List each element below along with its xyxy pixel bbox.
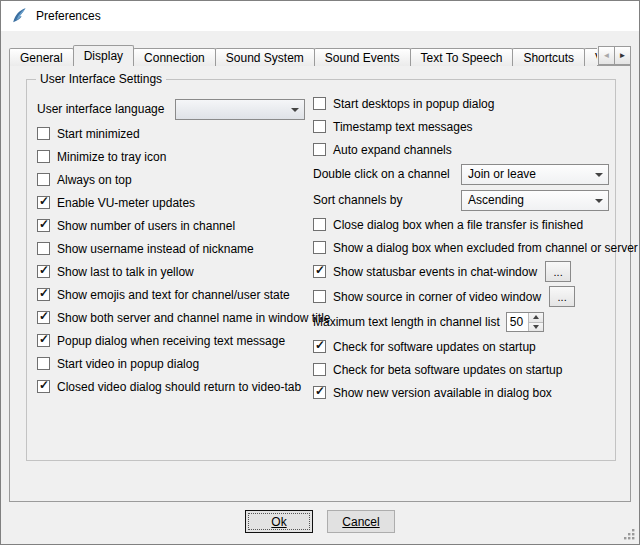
checkbox[interactable]: [37, 357, 50, 370]
checkbox-minimize-to-tray[interactable]: Minimize to tray icon: [37, 145, 305, 168]
checkbox[interactable]: [37, 311, 50, 324]
checkbox-start-minimized[interactable]: Start minimized: [37, 122, 305, 145]
checkbox-label: Show new version available in dialog box: [333, 386, 552, 400]
ok-button[interactable]: Ok: [245, 510, 313, 533]
tab-label: Sound Events: [325, 51, 400, 65]
checkbox-start-video-popup[interactable]: Start video in popup dialog: [37, 352, 305, 375]
checkbox[interactable]: [313, 290, 326, 303]
resize-grip[interactable]: [623, 528, 636, 541]
video-source-more-button[interactable]: ...: [549, 286, 575, 307]
checkbox-label: Show a dialog box when excluded from cha…: [333, 241, 638, 255]
checkbox[interactable]: [37, 288, 50, 301]
checkbox-check-beta-updates[interactable]: Check for beta software updates on start…: [313, 358, 609, 381]
tab-connection[interactable]: Connection: [133, 48, 216, 66]
checkbox[interactable]: [313, 241, 326, 254]
checkbox-label: Start minimized: [57, 127, 140, 141]
sort-channels-row: Sort channels by Ascending: [313, 187, 609, 213]
tab-shortcuts[interactable]: Shortcuts: [512, 48, 585, 66]
checkbox[interactable]: [313, 218, 326, 231]
checkbox[interactable]: [313, 265, 326, 278]
ok-button-label: Ok: [271, 515, 286, 529]
checkbox[interactable]: [37, 196, 50, 209]
language-select[interactable]: [175, 99, 305, 120]
checkbox-label: Show username instead of nickname: [57, 242, 254, 256]
checkbox-label: Timestamp text messages: [333, 120, 473, 134]
double-click-row: Double click on a channel Join or leave: [313, 161, 609, 187]
checkbox-show-dialog-excluded[interactable]: Show a dialog box when excluded from cha…: [313, 236, 609, 259]
tab-label: Sound System: [226, 51, 304, 65]
max-text-length-stepper[interactable]: 50: [506, 312, 544, 332]
tab-sound-system[interactable]: Sound System: [215, 48, 315, 66]
checkbox[interactable]: [37, 219, 50, 232]
checkbox-closed-video-return[interactable]: Closed video dialog should return to vid…: [37, 375, 305, 398]
chevron-down-icon: [595, 173, 603, 177]
checkbox[interactable]: [37, 242, 50, 255]
checkbox-label: Show both server and channel name in win…: [57, 311, 331, 325]
checkbox-label: Close dialog box when a file transfer is…: [333, 218, 583, 232]
checkbox-label: Minimize to tray icon: [57, 150, 166, 164]
checkbox-show-username-instead[interactable]: Show username instead of nickname: [37, 237, 305, 260]
checkbox-show-number-of-users[interactable]: Show number of users in channel: [37, 214, 305, 237]
double-click-label: Double click on a channel: [313, 167, 450, 181]
checkbox-label: Check for beta software updates on start…: [333, 363, 562, 377]
tab-label: Display: [84, 49, 123, 63]
checkbox-show-emojis-text[interactable]: Show emojis and text for channel/user st…: [37, 283, 305, 306]
checkbox-popup-dialog-text-message[interactable]: Popup dialog when receiving text message: [37, 329, 305, 352]
checkbox[interactable]: [37, 127, 50, 140]
checkbox-enable-vu-meter[interactable]: Enable VU-meter updates: [37, 191, 305, 214]
titlebar[interactable]: Preferences: [1, 1, 639, 31]
checkbox[interactable]: [313, 97, 326, 110]
max-text-length-value[interactable]: 50: [507, 313, 528, 331]
statusbar-events-more-button[interactable]: ...: [545, 261, 571, 282]
tab-list: General Display Connection Sound System …: [9, 45, 597, 66]
display-tab-page: User Interface Settings User interface l…: [9, 65, 631, 502]
spin-down-button[interactable]: [529, 323, 543, 332]
checkbox-always-on-top[interactable]: Always on top: [37, 168, 305, 191]
checkbox-check-updates[interactable]: Check for software updates on startup: [313, 335, 609, 358]
checkbox[interactable]: [313, 120, 326, 133]
checkbox-start-desktops-popup[interactable]: Start desktops in popup dialog: [313, 92, 609, 115]
checkbox[interactable]: [37, 265, 50, 278]
checkbox[interactable]: [313, 143, 326, 156]
checkbox[interactable]: [313, 363, 326, 376]
spin-up-button[interactable]: [529, 313, 543, 323]
checkbox-label: Show emojis and text for channel/user st…: [57, 288, 290, 302]
sort-channels-select[interactable]: Ascending: [461, 190, 609, 211]
tab-general[interactable]: General: [9, 48, 74, 66]
checkbox-label: Auto expand channels: [333, 143, 452, 157]
tab-video[interactable]: Video: [584, 48, 597, 66]
max-text-length-row: Maximum text length in channel list 50: [313, 309, 609, 335]
chevron-down-icon: [595, 199, 603, 203]
tab-label: Connection: [144, 51, 205, 65]
checkbox-auto-expand-channels[interactable]: Auto expand channels: [313, 138, 609, 161]
tab-scroll-right-icon[interactable]: ►: [614, 46, 631, 65]
checkbox[interactable]: [37, 150, 50, 163]
statusbar-events-row: Show statusbar events in chat-window ...: [313, 259, 609, 284]
double-click-select[interactable]: Join or leave: [461, 164, 609, 185]
checkbox-label: Start video in popup dialog: [57, 357, 199, 371]
checkbox-timestamp-messages[interactable]: Timestamp text messages: [313, 115, 609, 138]
checkbox-show-new-version[interactable]: Show new version available in dialog box: [313, 381, 609, 404]
checkbox-show-last-to-talk[interactable]: Show last to talk in yellow: [37, 260, 305, 283]
max-text-length-label: Maximum text length in channel list: [313, 315, 500, 329]
tab-scroll-left-icon[interactable]: ◄: [598, 46, 615, 65]
preferences-dialog: Preferences General Display Connection S…: [0, 0, 640, 545]
group-title: User Interface Settings: [36, 72, 166, 86]
dialog-footer: Ok Cancel: [1, 510, 639, 534]
checkbox-show-server-channel-title[interactable]: Show both server and channel name in win…: [37, 306, 305, 329]
cancel-button[interactable]: Cancel: [327, 510, 395, 533]
tab-sound-events[interactable]: Sound Events: [314, 48, 411, 66]
checkbox-label: Popup dialog when receiving text message: [57, 334, 285, 348]
checkbox[interactable]: [37, 334, 50, 347]
checkbox[interactable]: [37, 173, 50, 186]
checkbox[interactable]: [37, 380, 50, 393]
arrow-up-icon: [533, 315, 539, 319]
tab-display[interactable]: Display: [73, 45, 134, 66]
checkbox-close-dialog-file-transfer[interactable]: Close dialog box when a file transfer is…: [313, 213, 609, 236]
checkbox[interactable]: [313, 340, 326, 353]
language-row: User interface language: [37, 96, 305, 122]
tab-scroll-control: ◄ ►: [598, 46, 631, 65]
arrow-down-icon: [533, 325, 539, 329]
checkbox[interactable]: [313, 386, 326, 399]
tab-text-to-speech[interactable]: Text To Speech: [410, 48, 514, 66]
